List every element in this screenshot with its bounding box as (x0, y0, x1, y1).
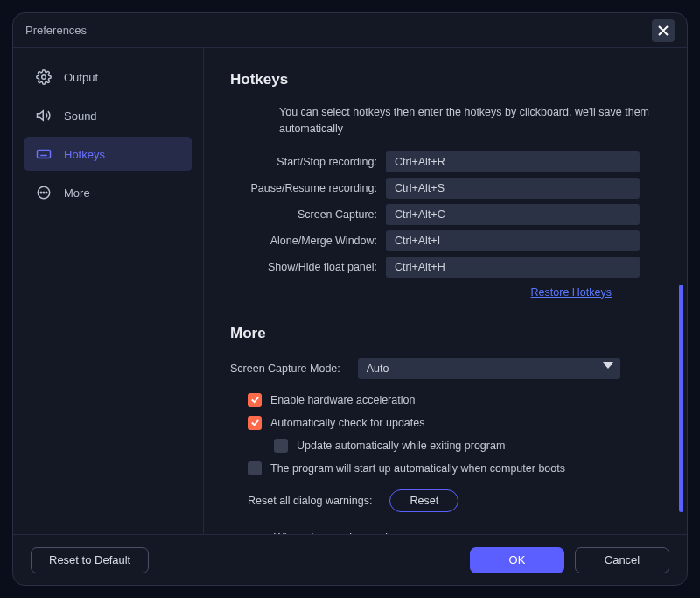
reset-warnings-label: Reset all dialog warnings: (248, 495, 372, 507)
preferences-window: Preferences Output Sound (12, 12, 688, 586)
restore-hotkeys-link[interactable]: Restore Hotkeys (230, 286, 612, 299)
hotkey-label: Screen Capture: (230, 208, 377, 221)
capture-mode-select[interactable]: Auto (358, 358, 620, 379)
hotkey-input-start-stop[interactable] (386, 151, 640, 172)
hotkeys-heading: Hotkeys (230, 71, 657, 88)
hotkey-row: Start/Stop recording: (230, 151, 657, 172)
titlebar: Preferences (13, 13, 687, 48)
hotkey-row: Pause/Resume recording: (230, 178, 657, 199)
checkbox-label: The program will start up automatically … (270, 462, 565, 475)
check-row: Update automatically while exiting progr… (274, 439, 657, 453)
checkbox-label: Update automatically while exiting progr… (297, 440, 505, 452)
hotkey-input-float-panel[interactable] (386, 257, 640, 278)
sidebar: Output Sound Hotkeys More (13, 48, 204, 534)
svg-point-4 (40, 192, 42, 193)
close-button[interactable] (652, 19, 675, 42)
hotkey-label: Show/Hide float panel: (230, 261, 377, 273)
checkbox-hw-accel[interactable] (248, 393, 262, 407)
sidebar-item-hotkeys[interactable]: Hotkeys (24, 137, 192, 171)
svg-point-6 (46, 192, 47, 193)
close-panel-label: When close main panel: (274, 531, 657, 535)
more-heading: More (230, 325, 657, 342)
more-icon (36, 185, 52, 201)
sidebar-item-sound[interactable]: Sound (24, 99, 192, 132)
hotkey-label: Pause/Resume recording: (230, 182, 377, 194)
sidebar-item-label: Hotkeys (64, 148, 105, 161)
hotkey-input-alone-merge[interactable] (386, 230, 640, 251)
window-title: Preferences (25, 24, 87, 37)
chevron-down-icon (603, 362, 613, 369)
scrollbar-thumb[interactable] (679, 285, 683, 512)
checkbox-start-on-boot[interactable] (248, 461, 262, 475)
scroll-area[interactable]: Hotkeys You can select hotkeys then ente… (204, 48, 678, 534)
check-row: Enable hardware acceleration (248, 393, 657, 407)
check-row: Automatically check for updates (248, 416, 657, 430)
keyboard-icon (36, 146, 52, 162)
sidebar-item-label: More (64, 186, 90, 200)
hotkey-row: Alone/Merge Window: (230, 230, 657, 251)
svg-point-0 (42, 75, 46, 80)
svg-rect-2 (38, 151, 51, 158)
checkbox-label: Enable hardware acceleration (270, 394, 415, 406)
reset-warnings-button[interactable]: Reset (389, 489, 458, 512)
check-row: The program will start up automatically … (248, 461, 657, 475)
hotkey-row: Screen Capture: (230, 204, 657, 225)
speaker-icon (36, 108, 52, 123)
hotkeys-description: You can select hotkeys then enter the ho… (279, 104, 657, 137)
sidebar-item-label: Sound (64, 109, 97, 123)
main-panel: Hotkeys You can select hotkeys then ente… (204, 48, 687, 534)
checkbox-auto-update[interactable] (248, 416, 262, 430)
capture-mode-value: Auto (367, 362, 389, 375)
svg-marker-1 (38, 111, 44, 121)
svg-point-5 (43, 192, 45, 193)
close-icon (658, 25, 668, 36)
hotkey-input-pause-resume[interactable] (386, 178, 640, 199)
reset-to-default-button[interactable]: Reset to Default (31, 547, 149, 573)
capture-mode-label: Screen Capture Mode: (230, 362, 340, 375)
hotkey-row: Show/Hide float panel: (230, 257, 657, 278)
ok-button[interactable]: OK (470, 547, 564, 573)
reset-warnings-row: Reset all dialog warnings: Reset (248, 489, 657, 512)
gear-icon (36, 69, 52, 85)
checkbox-update-on-exit[interactable] (274, 439, 288, 453)
sidebar-item-output[interactable]: Output (24, 60, 192, 94)
cancel-button[interactable]: Cancel (575, 547, 669, 573)
hotkey-label: Alone/Merge Window: (230, 235, 377, 247)
footer: Reset to Default OK Cancel (13, 534, 687, 585)
sidebar-item-label: Output (64, 71, 98, 84)
sidebar-item-more[interactable]: More (24, 176, 192, 209)
hotkey-label: Start/Stop recording: (230, 156, 377, 168)
hotkey-input-screen-capture[interactable] (386, 204, 640, 225)
checkbox-label: Automatically check for updates (270, 417, 424, 429)
